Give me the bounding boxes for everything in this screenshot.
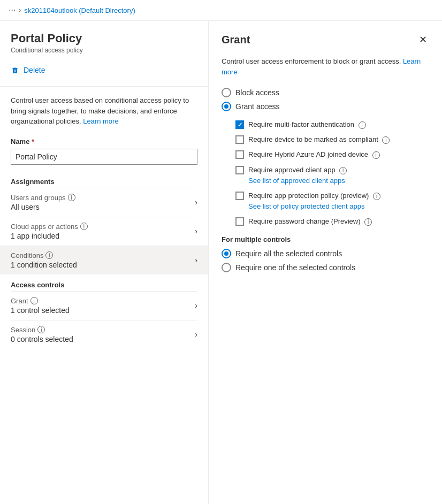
grant-access-label: Grant access (235, 102, 279, 111)
approved-app-info-icon[interactable]: i (339, 167, 347, 174)
cloud-apps-info-icon[interactable]: i (80, 223, 88, 230)
checkbox-app-protection-label: Require app protection policy (preview) (248, 192, 369, 200)
session-info-icon[interactable]: i (37, 326, 45, 333)
delete-button[interactable]: Delete (11, 63, 197, 78)
compliant-info-icon[interactable]: i (382, 136, 390, 144)
grant-access-radio-circle (222, 102, 231, 111)
app-protection-info-icon[interactable]: i (373, 193, 380, 200)
delete-label: Delete (24, 66, 45, 74)
block-access-radio[interactable]: Block access (222, 88, 429, 97)
checkbox-app-protection[interactable]: Require app protection policy (preview) … (235, 191, 429, 211)
assignments-section-header: Assignments (11, 175, 197, 186)
block-access-label: Block access (235, 88, 279, 97)
for-multiple-section: For multiple controls Require all the se… (222, 235, 429, 272)
breadcrumb-link[interactable]: sk201104outlook (Default Directory) (24, 6, 135, 14)
breadcrumb: ··· › sk201104outlook (Default Directory… (0, 0, 442, 21)
nav-item-cloud-apps[interactable]: Cloud apps or actions i 1 app included › (11, 217, 197, 246)
nav-item-users-groups[interactable]: Users and groups i All users › (11, 188, 197, 217)
breadcrumb-dots[interactable]: ··· (9, 5, 16, 15)
require-one-radio-circle (222, 263, 231, 272)
panel-header: Grant ✕ (222, 32, 429, 48)
left-learn-more-link[interactable]: Learn more (83, 117, 118, 125)
checkbox-mfa-box (235, 120, 244, 129)
cloud-apps-chevron-icon: › (195, 227, 197, 235)
name-field-label: Name * (11, 138, 197, 146)
nav-item-session[interactable]: Session i 0 controls selected › (11, 320, 197, 349)
checkbox-compliant[interactable]: Require device to be marked as compliant… (235, 135, 429, 144)
users-groups-value: All users (11, 203, 75, 211)
checkbox-mfa-label: Require multi-factor authentication (248, 120, 354, 128)
users-groups-info-icon[interactable]: i (68, 194, 75, 201)
divider (0, 86, 208, 87)
nav-item-conditions[interactable]: Conditions i 1 condition selected › (0, 246, 208, 274)
session-chevron-icon: › (195, 330, 197, 339)
grant-chevron-icon: › (195, 301, 197, 310)
checkbox-hybrid[interactable]: Require Hybrid Azure AD joined device i (235, 150, 429, 159)
checkbox-approved-app[interactable]: Require approved client app i See list o… (235, 165, 429, 186)
approved-app-sublink[interactable]: See list of approved client apps (248, 176, 347, 186)
main-layout: Portal Policy Conditional access policy … (0, 21, 442, 504)
page-subtitle: Conditional access policy (11, 47, 197, 54)
password-change-info-icon[interactable]: i (364, 218, 372, 226)
grant-checkboxes: Require multi-factor authentication i Re… (235, 120, 429, 227)
checkbox-hybrid-label: Require Hybrid Azure AD joined device (248, 150, 368, 158)
nav-item-grant[interactable]: Grant i 1 control selected › (11, 291, 197, 320)
access-type-radio-group: Block access Grant access (222, 88, 429, 111)
left-description: Control user access based on conditional… (11, 95, 197, 127)
panel-description: Control user access enforcement to block… (222, 56, 429, 77)
grant-access-radio[interactable]: Grant access (222, 102, 429, 111)
users-groups-chevron-icon: › (195, 198, 197, 207)
for-multiple-title: For multiple controls (222, 235, 429, 243)
checkbox-approved-app-box (235, 166, 244, 174)
cloud-apps-value: 1 app included (11, 232, 88, 240)
conditions-chevron-icon: › (195, 256, 197, 264)
close-button[interactable]: ✕ (417, 32, 429, 48)
checkbox-compliant-box (235, 135, 244, 144)
checkbox-password-change[interactable]: Require password change (Preview) i (235, 217, 429, 226)
trash-icon (11, 66, 19, 74)
grant-value: 1 control selected (11, 306, 70, 315)
checkbox-password-change-label: Require password change (Preview) (248, 217, 361, 225)
checkbox-hybrid-box (235, 150, 244, 159)
access-controls-section-header: Access controls (11, 279, 197, 289)
block-access-radio-circle (222, 88, 231, 97)
mfa-info-icon[interactable]: i (359, 121, 366, 129)
panel-title: Grant (222, 34, 250, 46)
require-all-radio-circle (222, 249, 231, 258)
conditions-value: 1 condition selected (11, 261, 77, 269)
page-title: Portal Policy (11, 32, 197, 45)
left-panel: Portal Policy Conditional access policy … (0, 21, 209, 504)
grant-info-icon[interactable]: i (31, 297, 38, 304)
checkbox-approved-app-label: Require approved client app (248, 166, 336, 174)
conditions-info-icon[interactable]: i (45, 251, 53, 259)
checkbox-mfa[interactable]: Require multi-factor authentication i (235, 120, 429, 129)
require-all-radio[interactable]: Require all the selected controls (222, 249, 429, 258)
breadcrumb-chevron-icon: › (19, 6, 21, 14)
checkbox-compliant-label: Require device to be marked as compliant (248, 135, 378, 143)
session-value: 0 controls selected (11, 335, 73, 343)
checkbox-app-protection-box (235, 192, 244, 200)
right-panel: Grant ✕ Control user access enforcement … (209, 21, 442, 504)
name-input[interactable] (11, 149, 197, 165)
checkbox-password-change-box (235, 217, 244, 226)
require-one-label: Require one of the selected controls (235, 263, 355, 272)
require-one-radio[interactable]: Require one of the selected controls (222, 263, 429, 272)
app-protection-sublink[interactable]: See list of policy protected client apps (248, 202, 380, 211)
require-all-label: Require all the selected controls (235, 249, 342, 258)
hybrid-info-icon[interactable]: i (372, 151, 380, 159)
